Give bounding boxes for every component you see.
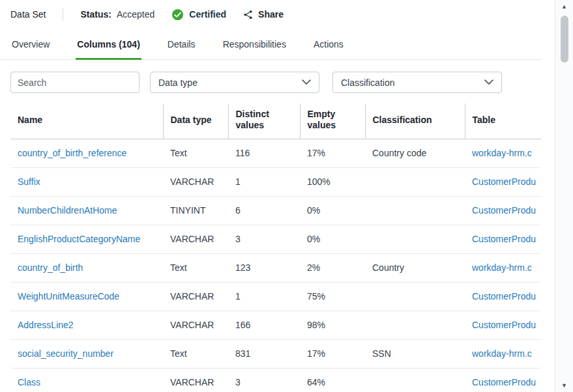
cell-empty-values: 0% xyxy=(300,197,365,225)
column-name-link[interactable]: WeightUnitMeasureCode xyxy=(18,291,119,301)
cell-data-type: Text xyxy=(163,254,228,283)
cell-classification xyxy=(365,311,465,340)
cell-classification xyxy=(365,225,465,254)
col-header-empty-values: Empty values xyxy=(300,104,365,139)
search-input[interactable] xyxy=(10,72,140,93)
certified-label: Certified xyxy=(189,9,226,20)
table-row: country_of_birth Text 123 2% Country wor… xyxy=(10,254,541,283)
table-link[interactable]: CustomerProdu xyxy=(472,176,536,187)
cell-distinct-values: 3 xyxy=(228,225,300,254)
cell-classification xyxy=(365,197,465,225)
cell-data-type: VARCHAR xyxy=(163,311,228,340)
status-label: Status: xyxy=(80,9,111,20)
dataset-type-label: Data Set xyxy=(10,9,46,20)
share-button[interactable]: Share xyxy=(243,9,284,20)
col-header-data-type: Data type xyxy=(163,104,228,139)
col-header-distinct-values: Distinct values xyxy=(228,104,300,139)
chevron-down-icon xyxy=(484,79,493,85)
table-row: NumberChildrenAtHome TINYINT 6 0% Custom… xyxy=(10,197,541,225)
cell-distinct-values: 3 xyxy=(228,369,300,392)
cell-distinct-values: 6 xyxy=(228,197,300,225)
column-name-link[interactable]: NumberChildrenAtHome xyxy=(18,205,117,216)
cell-distinct-values: 1 xyxy=(228,283,300,311)
cell-data-type: TINYINT xyxy=(163,197,228,225)
tab-columns[interactable]: Columns (104) xyxy=(76,34,141,60)
top-bar: Data Set Status: Accepted Certified xyxy=(0,0,541,27)
page-content: Data Set Status: Accepted Certified xyxy=(0,0,541,392)
tab-bar: Overview Columns (104) Details Responsib… xyxy=(0,27,541,60)
column-name-link[interactable]: Class xyxy=(18,377,40,387)
scroll-down-arrow-icon[interactable]: ▼ xyxy=(555,379,573,392)
scroll-up-arrow-icon[interactable]: ▲ xyxy=(555,0,573,13)
cell-empty-values: 17% xyxy=(300,340,365,369)
data-type-filter-label: Data type xyxy=(158,77,198,88)
cell-data-type: VARCHAR xyxy=(163,283,228,311)
tab-overview[interactable]: Overview xyxy=(10,34,51,60)
share-icon xyxy=(243,10,253,20)
col-header-table: Table xyxy=(465,104,541,139)
table-row: country_of_birth_reference Text 116 17% … xyxy=(10,139,541,168)
table-link[interactable]: CustomerProdu xyxy=(472,205,536,216)
cell-data-type: VARCHAR xyxy=(163,369,228,392)
cell-distinct-values: 1 xyxy=(228,168,300,197)
table-link[interactable]: workday-hrm.c xyxy=(472,348,532,359)
column-name-link[interactable]: social_security_number xyxy=(18,348,113,359)
table-link[interactable]: CustomerProdu xyxy=(472,320,536,330)
cell-classification xyxy=(365,369,465,392)
column-name-link[interactable]: Suffix xyxy=(18,176,40,187)
status-value: Accepted xyxy=(117,9,154,20)
cell-empty-values: 64% xyxy=(300,369,365,392)
cell-classification xyxy=(365,283,465,311)
table-header-row: Name Data type Distinct values Empty val… xyxy=(10,104,541,139)
col-header-classification: Classification xyxy=(365,104,465,139)
chevron-down-icon xyxy=(302,79,311,85)
table-link[interactable]: workday-hrm.c xyxy=(472,148,532,158)
tab-responsibilities[interactable]: Responsibilities xyxy=(222,34,287,60)
table-row: Suffix VARCHAR 1 100% CustomerProdu xyxy=(10,168,541,197)
cell-classification: Country code xyxy=(365,139,465,168)
column-name-link[interactable]: EnglishProductCategoryName xyxy=(18,234,140,244)
data-type-filter-dropdown[interactable]: Data type xyxy=(150,72,319,93)
table-link[interactable]: CustomerProdu xyxy=(472,291,536,301)
filter-bar: Data type Classification xyxy=(0,60,541,102)
classification-filter-dropdown[interactable]: Classification xyxy=(332,72,502,93)
cell-data-type: Text xyxy=(163,340,228,369)
table-link[interactable]: workday-hrm.c xyxy=(472,262,532,273)
classification-filter-label: Classification xyxy=(341,77,394,88)
tab-actions[interactable]: Actions xyxy=(312,34,345,60)
tab-details[interactable]: Details xyxy=(166,34,197,60)
table-row: Class VARCHAR 3 64% CustomerProdu xyxy=(10,369,541,392)
cell-empty-values: 100% xyxy=(300,168,365,197)
column-name-link[interactable]: country_of_birth_reference xyxy=(18,148,126,158)
cell-distinct-values: 116 xyxy=(228,139,300,168)
cell-empty-values: 17% xyxy=(300,139,365,168)
column-name-link[interactable]: country_of_birth xyxy=(18,262,83,273)
cell-empty-values: 2% xyxy=(300,254,365,283)
table-link[interactable]: CustomerProdu xyxy=(472,234,536,244)
cell-distinct-values: 123 xyxy=(228,254,300,283)
certified-badge: Certified xyxy=(171,8,226,21)
cell-classification: SSN xyxy=(365,340,465,369)
table-row: AddressLine2 VARCHAR 166 98% CustomerPro… xyxy=(10,311,541,340)
cell-classification xyxy=(365,168,465,197)
cell-distinct-values: 831 xyxy=(228,340,300,369)
col-header-name: Name xyxy=(10,104,163,139)
table-link[interactable]: CustomerProdu xyxy=(472,377,536,387)
cell-data-type: Text xyxy=(163,139,228,168)
columns-table: Name Data type Distinct values Empty val… xyxy=(10,104,541,392)
cell-empty-values: 98% xyxy=(300,311,365,340)
cell-empty-values: 0% xyxy=(300,225,365,254)
table-row: WeightUnitMeasureCode VARCHAR 1 75% Cust… xyxy=(10,283,541,311)
certified-check-icon xyxy=(171,8,184,21)
share-label: Share xyxy=(258,9,284,20)
column-name-link[interactable]: AddressLine2 xyxy=(18,320,74,330)
cell-data-type: VARCHAR xyxy=(163,225,228,254)
cell-classification: Country xyxy=(365,254,465,283)
table-row: social_security_number Text 831 17% SSN … xyxy=(10,340,541,369)
scrollbar-thumb[interactable] xyxy=(561,16,568,63)
cell-empty-values: 75% xyxy=(300,283,365,311)
divider xyxy=(63,8,63,21)
table-row: EnglishProductCategoryName VARCHAR 3 0% … xyxy=(10,225,541,254)
cell-data-type: VARCHAR xyxy=(163,168,228,197)
vertical-scrollbar[interactable]: ▲ ▼ xyxy=(555,0,573,392)
